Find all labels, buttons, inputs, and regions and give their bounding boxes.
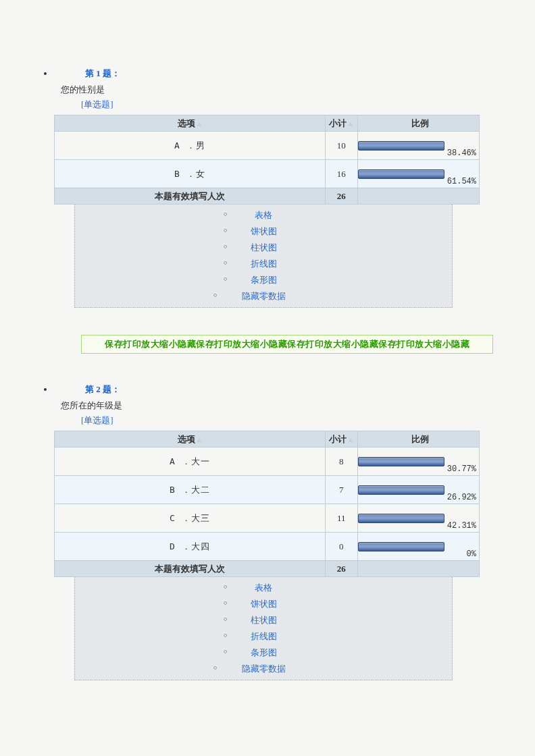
chart-option[interactable]: 隐藏零数据: [75, 661, 452, 677]
chart-option[interactable]: 表格: [75, 207, 452, 223]
document-content: 第 1 题： 您的性别是 [单选题] 选项 小计 比例 A ．男 10 38.4…: [0, 0, 535, 707]
total-blank: [357, 188, 479, 205]
option-label: A ．大一: [55, 448, 326, 476]
option-bar-cell: 38.46%: [357, 132, 479, 160]
table-row: A ．大一 8 30.77%: [55, 448, 480, 476]
chart-option[interactable]: 折线图: [75, 628, 452, 645]
question-type: [单选题]: [81, 99, 515, 111]
bar-wrap: [358, 457, 446, 468]
chart-option[interactable]: 饼状图: [75, 223, 452, 240]
question-text: 您的性别是: [61, 84, 515, 96]
toolbar-text: 保存打印放大缩小隐藏保存打印放大缩小隐藏保存打印放大缩小隐藏保存打印放大缩小隐藏: [105, 339, 469, 349]
sort-icon[interactable]: [348, 438, 353, 442]
option-bar-cell: 61.54%: [357, 160, 479, 188]
total-row: 本题有效填写人次 26: [55, 188, 480, 205]
chart-option[interactable]: 条形图: [75, 645, 452, 661]
sort-icon[interactable]: [197, 438, 202, 442]
chart-options-panel: 表格 饼状图 柱状图 折线图 条形图 隐藏零数据: [74, 577, 453, 680]
option-label: C ．大三: [55, 504, 326, 533]
table-row: A ．男 10 38.46%: [55, 132, 480, 160]
option-bar-cell: 42.31%: [357, 504, 479, 533]
bar-wrap: [358, 514, 446, 524]
question-number: 第 2 题：: [85, 383, 120, 396]
option-count: 16: [325, 160, 357, 188]
chart-option[interactable]: 隐藏零数据: [75, 288, 452, 304]
percent-label: 61.54%: [447, 177, 476, 186]
total-label: 本题有效填写人次: [55, 188, 326, 205]
option-label: A ．男: [55, 132, 326, 160]
option-count: 0: [325, 533, 357, 561]
table-row: C ．大三 11 42.31%: [55, 504, 480, 533]
percent-label: 0%: [467, 549, 476, 559]
sort-icon[interactable]: [197, 122, 202, 126]
sort-icon[interactable]: [348, 122, 353, 126]
chart-options-panel: 表格 饼状图 柱状图 折线图 条形图 隐藏零数据: [74, 205, 453, 308]
header-ratio: 比例: [357, 115, 479, 132]
action-toolbar[interactable]: 保存打印放大缩小隐藏保存打印放大缩小隐藏保存打印放大缩小隐藏保存打印放大缩小隐藏: [81, 335, 493, 354]
survey-table-2: 选项 小计 比例 A ．大一 8 30.77% B ．大二 7 26.92%: [54, 431, 480, 577]
bar-icon: [358, 169, 444, 179]
chart-option[interactable]: 饼状图: [75, 596, 452, 612]
survey-table-1: 选项 小计 比例 A ．男 10 38.46% B ．女 16 61.54%: [54, 115, 480, 205]
percent-label: 26.92%: [447, 493, 476, 502]
bar-wrap: [358, 485, 446, 496]
percent-label: 42.31%: [447, 521, 476, 531]
chart-option[interactable]: 柱状图: [75, 612, 452, 628]
option-count: 7: [325, 476, 357, 504]
option-label: B ．大二: [55, 476, 326, 504]
header-ratio: 比例: [357, 431, 479, 448]
bar-wrap: [358, 169, 446, 180]
table-row: B ．大二 7 26.92%: [55, 476, 480, 504]
question-type: [单选题]: [81, 414, 515, 427]
chart-option[interactable]: 柱状图: [75, 240, 452, 256]
bar-icon: [358, 542, 444, 551]
option-count: 8: [325, 448, 357, 476]
option-label: D ．大四: [55, 533, 326, 561]
question-list: 第 2 题：: [54, 383, 515, 396]
header-count[interactable]: 小计: [325, 115, 357, 132]
percent-label: 30.77%: [447, 464, 476, 474]
option-bar-cell: 26.92%: [357, 476, 479, 504]
question-2: 第 2 题：: [54, 383, 515, 396]
total-blank: [357, 561, 479, 577]
question-1: 第 1 题：: [54, 68, 515, 80]
total-count: 26: [325, 561, 357, 577]
table-row: D ．大四 0 0%: [55, 533, 480, 561]
option-label: B ．女: [55, 160, 326, 188]
option-count: 11: [325, 504, 357, 533]
total-row: 本题有效填写人次 26: [55, 561, 480, 577]
total-label: 本题有效填写人次: [55, 561, 326, 577]
option-count: 10: [325, 132, 357, 160]
bar-icon: [358, 485, 444, 495]
question-number: 第 1 题：: [85, 68, 120, 80]
bar-wrap: [358, 141, 446, 152]
question-text: 您所在的年级是: [61, 400, 515, 412]
option-bar-cell: 30.77%: [357, 448, 479, 476]
table-header-row: 选项 小计 比例: [55, 431, 480, 448]
table-header-row: 选项 小计 比例: [55, 115, 480, 132]
question-list: 第 1 题：: [54, 68, 515, 80]
chart-option[interactable]: 表格: [75, 580, 452, 596]
percent-label: 38.46%: [447, 148, 476, 158]
header-option[interactable]: 选项: [55, 115, 326, 132]
chart-option[interactable]: 折线图: [75, 256, 452, 272]
header-count[interactable]: 小计: [325, 431, 357, 448]
table-row: B ．女 16 61.54%: [55, 160, 480, 188]
option-bar-cell: 0%: [357, 533, 479, 561]
bar-icon: [358, 141, 444, 151]
bar-wrap: [358, 542, 446, 553]
header-option[interactable]: 选项: [55, 431, 326, 448]
chart-option[interactable]: 条形图: [75, 272, 452, 288]
bar-icon: [358, 457, 444, 466]
bar-icon: [358, 514, 444, 523]
total-count: 26: [325, 188, 357, 205]
